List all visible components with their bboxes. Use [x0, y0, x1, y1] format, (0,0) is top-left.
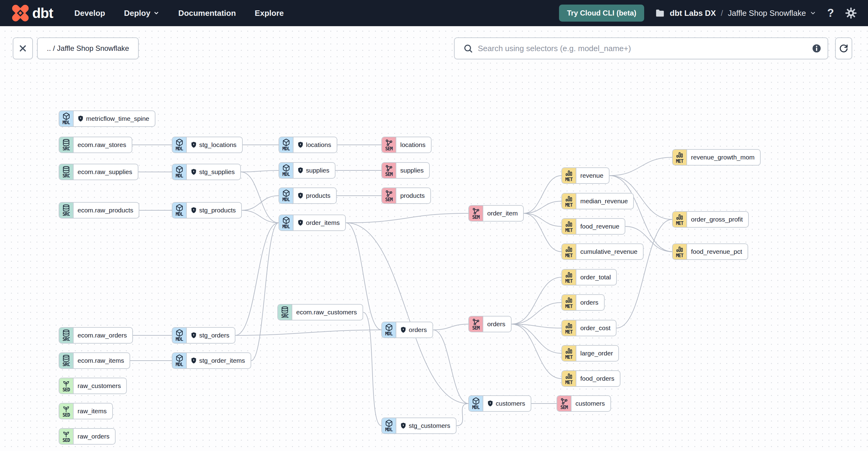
graph-node-revenue[interactable]: METrevenue	[561, 168, 610, 184]
bar-chart-icon	[676, 213, 683, 221]
node-body: raw_orders	[73, 429, 115, 444]
graph-node-orders_s[interactable]: SEMorders	[468, 316, 512, 332]
dbt-logo[interactable]: dbt	[11, 4, 53, 22]
graph-node-order_total[interactable]: METorder_total	[561, 269, 617, 285]
graph-node-order_items[interactable]: MDLorder_items	[279, 214, 346, 231]
graph-node-customers_m[interactable]: MDLcustomers	[468, 395, 531, 412]
node-body: revenue	[576, 168, 609, 183]
lineage-edge-orders_m-customers_m	[433, 330, 468, 403]
graph-node-order_cost[interactable]: METorder_cost	[561, 320, 617, 336]
graph-node-stg_customers[interactable]: MDLstg_customers	[381, 418, 457, 434]
graph-node-customers_s[interactable]: SEMcustomers	[557, 395, 611, 412]
graph-node-cumulative_revenue[interactable]: METcumulative_revenue	[561, 243, 644, 260]
lineage-edge-order_cost-order_gross_profit	[617, 219, 672, 328]
graph-node-food_revenue[interactable]: METfood_revenue	[561, 218, 625, 235]
node-name: stg_locations	[199, 141, 237, 149]
node-name: ecom.raw_customers	[296, 308, 357, 316]
node-name: order_cost	[580, 324, 611, 332]
graph-node-food_revenue_pct[interactable]: METfood_revenue_pct	[672, 243, 748, 260]
graph-node-mts[interactable]: MDLmetricflow_time_spine	[59, 111, 155, 127]
node-body: revenue_growth_mom	[687, 150, 760, 165]
nav-item-documentation[interactable]: Documentation	[178, 8, 236, 18]
lineage-edge-orders_s-orders_met	[512, 302, 561, 324]
node-type-label: MET	[676, 253, 683, 258]
project-selector[interactable]: Jaffle Shop Snowflake	[728, 8, 816, 18]
node-body: stg_products	[187, 203, 241, 218]
graph-node-seed_raw_items[interactable]: SEDraw_items	[59, 403, 113, 419]
node-type-badge: SRC	[59, 328, 73, 343]
graph-node-supplies_m[interactable]: MDLsupplies	[279, 162, 336, 179]
close-lineage-button[interactable]	[13, 37, 33, 59]
node-type-label: MDL	[282, 224, 289, 229]
graph-node-products_m[interactable]: MDLproducts	[279, 187, 337, 204]
graph-node-raw_orders_src[interactable]: SRCecom.raw_orders	[59, 327, 133, 343]
graph-node-order_item_s[interactable]: SEMorder_item	[468, 205, 524, 221]
node-type-label: SEM	[560, 405, 567, 410]
node-type-label: MET	[565, 355, 572, 360]
nav-item-explore[interactable]: Explore	[255, 8, 284, 18]
account-name[interactable]: dbt Labs DX	[670, 8, 716, 18]
refresh-button[interactable]	[835, 37, 852, 59]
graph-node-median_revenue[interactable]: METmedian_revenue	[561, 193, 634, 209]
graph-node-seed_raw_orders[interactable]: SEDraw_orders	[59, 428, 116, 445]
try-cloud-cli-button[interactable]: Try Cloud CLI (beta)	[559, 5, 644, 22]
main-nav: Develop Deploy Documentation Explore	[74, 8, 284, 18]
graph-node-stg_supplies[interactable]: MDLstg_supplies	[172, 164, 241, 180]
graph-node-locations_s[interactable]: SEMlocations	[381, 137, 432, 153]
graph-node-seed_raw_customers[interactable]: SEDraw_customers	[59, 378, 127, 394]
chevron-down-icon	[153, 10, 159, 16]
settings-gear-icon[interactable]	[845, 7, 857, 19]
graph-node-stg_orders[interactable]: MDLstg_orders	[172, 327, 236, 343]
graph-node-stg_locations[interactable]: MDLstg_locations	[172, 137, 243, 153]
lineage-edge-order_item_s-food_revenue	[524, 213, 561, 227]
node-type-badge: SRC	[59, 203, 73, 218]
lineage-edge-order_item_s-cumulative_revenue	[524, 213, 561, 252]
shield-icon	[298, 142, 304, 148]
graph-node-supplies_s[interactable]: SEMsupplies	[381, 162, 430, 179]
shield-icon	[400, 422, 406, 429]
graph-node-revenue_growth_mom[interactable]: METrevenue_growth_mom	[672, 149, 761, 166]
node-name: products	[400, 192, 425, 199]
database-icon	[281, 306, 289, 314]
database-icon	[62, 204, 70, 212]
node-name: food_orders	[580, 375, 614, 382]
node-type-label: MET	[565, 304, 572, 309]
node-type-badge: MET	[673, 244, 687, 259]
node-type-label: MDL	[176, 147, 183, 151]
node-body: ecom.raw_items	[73, 353, 130, 368]
node-body: ecom.raw_products	[73, 203, 139, 218]
node-type-badge: MDL	[279, 137, 293, 152]
node-type-badge: MET	[562, 321, 576, 336]
close-icon	[19, 44, 27, 53]
search-input[interactable]	[478, 44, 812, 53]
dbt-logo-icon	[11, 4, 29, 22]
graph-node-large_order[interactable]: METlarge_order	[561, 345, 619, 362]
graph-node-raw_customers_src[interactable]: SRCecom.raw_customers	[277, 304, 363, 321]
graph-node-stg_order_items[interactable]: MDLstg_order_items	[172, 352, 251, 369]
nav-item-deploy[interactable]: Deploy	[124, 8, 160, 18]
bar-chart-icon	[565, 322, 573, 330]
help-icon[interactable]: ?	[827, 7, 834, 20]
share-network-icon	[560, 397, 568, 405]
graph-node-raw_products[interactable]: SRCecom.raw_products	[59, 202, 139, 218]
node-type-label: MDL	[176, 212, 183, 217]
lineage-breadcrumb[interactable]: .. / Jaffle Shop Snowflake	[37, 37, 139, 59]
graph-node-order_gross_profit[interactable]: METorder_gross_profit	[672, 211, 749, 228]
node-name: stg_products	[199, 207, 236, 214]
graph-node-raw_stores[interactable]: SRCecom.raw_stores	[59, 137, 132, 153]
lineage-edge-order_items-order_item_s	[346, 213, 468, 223]
graph-node-raw_supplies[interactable]: SRCecom.raw_supplies	[59, 164, 138, 180]
graph-node-locations_m[interactable]: MDLlocations	[279, 137, 337, 153]
graph-node-raw_items_src[interactable]: SRCecom.raw_items	[59, 352, 130, 369]
node-body: stg_supplies	[187, 164, 240, 180]
graph-node-food_orders[interactable]: METfood_orders	[561, 370, 620, 387]
node-type-badge: MDL	[382, 322, 396, 337]
graph-node-orders_m[interactable]: MDLorders	[381, 322, 433, 338]
info-icon[interactable]	[812, 43, 822, 53]
bar-chart-icon	[676, 151, 683, 159]
graph-node-products_s[interactable]: SEMproducts	[381, 187, 431, 204]
graph-node-stg_products[interactable]: MDLstg_products	[172, 202, 242, 218]
graph-node-orders_met[interactable]: METorders	[561, 294, 604, 311]
share-network-icon	[385, 189, 393, 197]
nav-item-develop[interactable]: Develop	[74, 8, 105, 18]
